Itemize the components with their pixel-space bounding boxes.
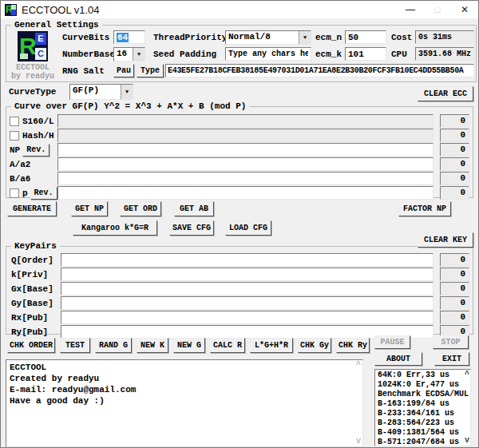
curve-row-s160: S160/L 0	[8, 114, 471, 128]
benchmark-list[interactable]: 64K:0 Err,33 us 1024K:0 Er,477 us Benchm…	[374, 369, 471, 446]
get-np-button[interactable]: GET NP	[71, 201, 108, 216]
gx-base-input[interactable]	[61, 282, 433, 295]
hash-count: 0	[440, 129, 469, 142]
app-icon: R	[5, 4, 17, 16]
scroll-down-icon[interactable]: v	[356, 437, 361, 446]
stop-button[interactable]: STOP	[433, 335, 469, 349]
numberbase-label: NumberBase	[62, 50, 113, 59]
keypair-row-k: k[Priv] 0	[8, 268, 471, 281]
about-button[interactable]: ABOUT	[374, 352, 422, 366]
hash-label: Hash/H	[22, 131, 54, 141]
seed-padding-label: Seed Padding	[145, 50, 225, 59]
benchmark-line: B-163:199/84 us	[378, 399, 461, 409]
chk-order-button[interactable]: CHK ORDER	[7, 338, 55, 353]
benchmark-line: B-233:364/161 us	[378, 409, 461, 418]
curvebits-label: CurveBits	[62, 33, 113, 42]
numberbase-select[interactable]: 16 ▼	[113, 47, 145, 61]
cost-value: 0s 31ms	[415, 30, 474, 44]
p-input[interactable]	[57, 186, 433, 200]
cost-label: Cost	[386, 33, 415, 42]
chk-ry-button[interactable]: CHK Ry	[336, 338, 370, 353]
clear-key-button[interactable]: CLEAR KEY	[418, 232, 473, 248]
log-output[interactable]: ECCTOOL Created by readyu E-mail: readyu…	[6, 359, 363, 447]
k-priv-input[interactable]	[61, 268, 433, 281]
threadpriority-label: ThreadPriority	[145, 33, 225, 42]
hash-input[interactable]	[57, 129, 433, 142]
np-input[interactable]	[57, 143, 433, 157]
rng-salt-input[interactable]	[165, 64, 474, 77]
hash-checkbox[interactable]	[10, 131, 19, 141]
benchmark-line: Benchmark ECDSA/MUL	[378, 390, 461, 399]
curvebits-input[interactable]: 64	[113, 30, 145, 44]
minimize-icon[interactable]: —	[397, 1, 424, 18]
rx-pub-count: 0	[440, 311, 469, 324]
new-k-button[interactable]: NEW K	[137, 338, 168, 353]
app-logo: R E C	[18, 31, 48, 61]
gx-base-count: 0	[440, 282, 469, 295]
dropdown-arrow-icon[interactable]: ▼	[133, 48, 144, 61]
curve-row-np: NP Rev. 0	[8, 143, 471, 157]
pau-button[interactable]: Pau	[113, 64, 134, 77]
exit-button[interactable]: EXIT	[434, 352, 469, 366]
p-rev-button[interactable]: Rev.	[30, 187, 57, 200]
logo-caption-line1: ECCTOOL	[10, 63, 56, 72]
ry-pub-label: Ry[Pub]	[10, 327, 61, 337]
load-cfg-button[interactable]: LOAD CFG	[225, 220, 271, 236]
maximize-icon[interactable]: □	[424, 1, 451, 18]
type-button[interactable]: Type	[137, 64, 164, 77]
get-ord-button[interactable]: GET ORD	[120, 201, 161, 216]
dropdown-arrow-icon[interactable]: ▼	[299, 31, 311, 44]
lg-hr-button[interactable]: L*G+H*R	[250, 338, 293, 353]
save-cfg-button[interactable]: SAVE CFG	[169, 220, 214, 236]
titlebar: R ECCTOOL v1.04 — □ ✕	[1, 1, 478, 18]
new-g-button[interactable]: NEW G	[173, 338, 205, 353]
rx-pub-label: Rx[Pub]	[10, 313, 61, 323]
seed-padding-input[interactable]	[225, 47, 311, 61]
cpu-value: 3591.68 MHz	[415, 47, 474, 61]
rand-g-button[interactable]: RAND G	[95, 338, 132, 353]
p-checkbox[interactable]	[10, 188, 19, 198]
kangaroo-button[interactable]: Kangaroo k*G=R	[73, 220, 157, 236]
chk-gy-button[interactable]: CHK Gy	[298, 338, 331, 353]
ecm-n-label: ecm_n	[311, 33, 345, 42]
rx-pub-input[interactable]	[61, 311, 433, 324]
np-count: 0	[440, 143, 469, 157]
log-line: E-mail: readyu@gmail.com	[10, 384, 351, 395]
ecm-n-input[interactable]	[345, 30, 386, 44]
pause-button[interactable]: PAUSE	[374, 335, 410, 349]
factor-np-button[interactable]: FACTOR NP	[398, 201, 451, 216]
close-icon[interactable]: ✕	[451, 1, 478, 18]
clear-ecc-button[interactable]: CLEAR ECC	[418, 86, 473, 101]
np-rev-button[interactable]: Rev.	[22, 144, 49, 157]
a-input[interactable]	[57, 157, 433, 171]
b-input[interactable]	[57, 172, 433, 185]
s160-checkbox[interactable]	[10, 117, 19, 126]
ecm-k-input[interactable]	[345, 47, 386, 61]
generate-button[interactable]: GENERATE	[7, 201, 57, 216]
keypair-row-q: Q[Order] 0	[8, 253, 471, 267]
scroll-down-icon[interactable]: v	[465, 436, 469, 445]
keypairs-legend: KeyPairs	[11, 241, 60, 251]
benchmark-line: 1024K:0 Er,477 us	[378, 380, 461, 390]
test-button[interactable]: TEST	[60, 338, 90, 353]
a-label: A/a2	[10, 160, 30, 169]
curvetype-select[interactable]: GF(P) ▼	[69, 84, 133, 100]
curve-legend: Curve over GF(P) Y^2 = X^3 + A*X + B (mo…	[11, 101, 249, 111]
scroll-up-icon[interactable]: ^	[356, 361, 361, 370]
gy-base-input[interactable]	[61, 296, 433, 310]
log-line: Created by readyu	[10, 373, 351, 384]
curve-row-b: B/a6 0	[8, 172, 471, 185]
dropdown-arrow-icon[interactable]: ▼	[121, 85, 133, 99]
keypair-row-rx: Rx[Pub] 0	[8, 311, 471, 324]
threadpriority-select[interactable]: Normal/8 ▼	[225, 30, 311, 45]
calc-r-button[interactable]: CALC R	[210, 338, 245, 353]
get-ab-button[interactable]: GET AB	[174, 201, 214, 216]
scroll-up-icon[interactable]: ^	[465, 371, 469, 379]
keypairs-group: KeyPairs Q[Order] 0 k[Priv] 0 Gx[Base] 0…	[6, 241, 473, 335]
cpu-label: CPU	[386, 50, 415, 59]
s160-input[interactable]	[57, 114, 433, 128]
s160-count: 0	[440, 114, 469, 128]
ecctool-window: R ECCTOOL v1.04 — □ ✕ General Settings R…	[0, 0, 479, 448]
gy-base-count: 0	[440, 296, 469, 310]
q-order-input[interactable]	[61, 253, 433, 267]
